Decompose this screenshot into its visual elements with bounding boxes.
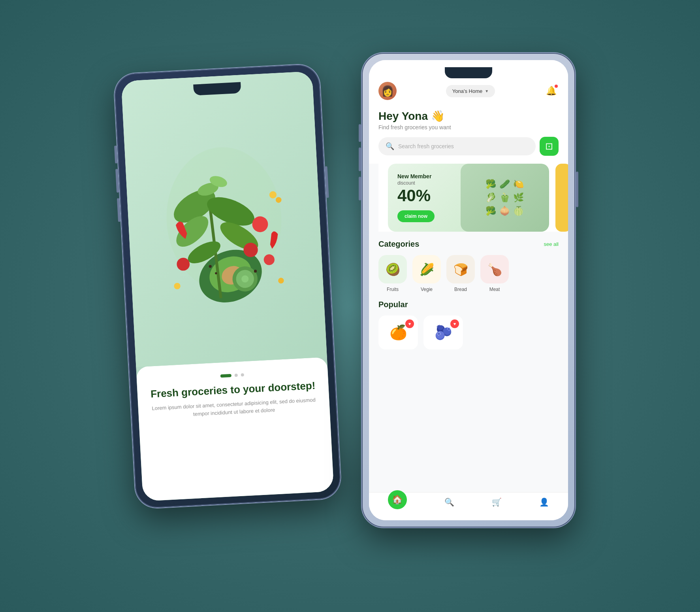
- categories-see-all[interactable]: see all: [544, 241, 559, 247]
- popular-title: Popular: [378, 300, 408, 309]
- home-icon: 🏠: [392, 495, 403, 505]
- left-phone: Fresh groceries to your doorstep! Lorem …: [114, 64, 342, 509]
- meat-label: Meat: [489, 287, 500, 292]
- nav-search[interactable]: 🔍: [444, 497, 454, 509]
- nav-profile[interactable]: 👤: [539, 497, 549, 509]
- left-phone-subtitle: Lorem ipsum dolor sit amet, consectetur …: [150, 396, 318, 420]
- left-phone-bottom: Fresh groceries to your doorstep! Lorem …: [136, 357, 334, 501]
- right-phone: 👩 Yona's Home ▼ 🔔 Hey Yona 👋 Find fresh …: [362, 53, 575, 527]
- promo-label: New Member: [397, 173, 540, 179]
- popular-emoji-1: 🍊: [390, 324, 407, 341]
- dot-active: [220, 374, 231, 377]
- fruits-emoji: 🥝: [386, 263, 400, 276]
- profile-nav-icon: 👤: [539, 497, 549, 507]
- meat-emoji: 🍗: [487, 263, 502, 276]
- location-selector[interactable]: Yona's Home ▼: [446, 85, 495, 97]
- phones-container: Fresh groceries to your doorstep! Lorem …: [113, 29, 587, 583]
- heart-badge-2: ♥: [450, 319, 459, 328]
- right-side-button: [325, 166, 329, 198]
- bottom-navigation: 🏠 🔍 🛒 👤: [369, 492, 568, 520]
- search-row: 🔍 Search fresh groceries ⊡: [369, 137, 568, 164]
- promo-discount-value: 40%: [397, 187, 540, 204]
- left-phone-content: Fresh groceries to your doorstep! Lorem …: [121, 71, 334, 501]
- volume-up-button: [115, 169, 119, 193]
- right-phone-notch: [445, 67, 492, 78]
- bread-icon-box: 🍞: [446, 255, 475, 283]
- popular-emoji-2: 🫐: [435, 324, 452, 341]
- category-fruits[interactable]: 🥝 Fruits: [378, 255, 407, 292]
- bread-label: Bread: [454, 287, 467, 292]
- search-bar[interactable]: 🔍 Search fresh groceries: [378, 137, 536, 155]
- dot-inactive-2: [241, 373, 244, 376]
- nav-home-button[interactable]: 🏠: [388, 490, 407, 509]
- greeting-title: Hey Yona 👋: [378, 110, 559, 123]
- greeting-subtitle: Find fresh groceries you want: [378, 124, 559, 130]
- location-dropdown-icon: ▼: [485, 89, 489, 93]
- mute-button: [114, 145, 117, 163]
- popular-row: ♥ 🍊 ♥ 🫐: [378, 315, 559, 349]
- right-phone-content: 👩 Yona's Home ▼ 🔔 Hey Yona 👋 Find fresh …: [369, 60, 568, 520]
- search-nav-icon: 🔍: [444, 497, 454, 507]
- vegie-icon-box: 🌽: [412, 255, 441, 283]
- claim-button[interactable]: claim now: [397, 210, 435, 222]
- popular-card-1[interactable]: ♥ 🍊: [378, 315, 418, 349]
- right-phone-left-buttons: [359, 124, 361, 200]
- svg-point-18: [174, 283, 181, 289]
- right-vol-up: [359, 147, 361, 171]
- right-vol-down: [359, 177, 361, 200]
- right-power-btn: [576, 172, 578, 207]
- svg-point-19: [278, 278, 284, 283]
- camera-icon: ⊡: [545, 141, 553, 152]
- avatar-emoji: 👩: [381, 85, 394, 97]
- popular-section: Popular ♥ 🍊 ♥ 🫐: [369, 292, 568, 349]
- power-button: [325, 166, 329, 198]
- categories-header: Categories see all: [378, 240, 559, 249]
- food-splash-area: [121, 71, 327, 367]
- greeting-section: Hey Yona 👋 Find fresh groceries you want: [369, 106, 568, 137]
- search-placeholder: Search fresh groceries: [398, 143, 454, 149]
- heart-badge-1: ♥: [405, 319, 414, 328]
- left-phone-side-buttons: [114, 145, 120, 222]
- camera-scan-button[interactable]: ⊡: [540, 137, 559, 156]
- category-meat[interactable]: 🍗 Meat: [480, 255, 509, 292]
- fruits-label: Fruits: [387, 287, 399, 292]
- carousel-dots: [149, 369, 316, 381]
- promo-area: New Member discount 40% claim now 🥦 🥒 🍋 …: [378, 164, 559, 232]
- promo-text: New Member discount 40% claim now: [397, 173, 540, 222]
- meat-icon-box: 🍗: [480, 255, 509, 283]
- food-illustration: [132, 86, 317, 352]
- notification-bell[interactable]: 🔔: [544, 84, 559, 98]
- yellow-promo-card: [555, 164, 568, 232]
- categories-section: Categories see all 🥝 Fruits 🌽: [369, 240, 568, 292]
- categories-title: Categories: [378, 240, 419, 249]
- categories-row: 🥝 Fruits 🌽 Vegie 🍞: [378, 255, 559, 292]
- popular-header: Popular: [378, 300, 559, 309]
- location-label: Yona's Home: [452, 88, 482, 94]
- popular-card-2[interactable]: ♥ 🫐: [423, 315, 463, 349]
- bread-emoji: 🍞: [453, 263, 468, 276]
- left-phone-screen: Fresh groceries to your doorstep! Lorem …: [121, 71, 334, 501]
- cart-nav-icon: 🛒: [492, 497, 502, 507]
- dot-inactive-1: [235, 373, 238, 376]
- promo-banner[interactable]: New Member discount 40% claim now 🥦 🥒 🍋 …: [388, 164, 549, 232]
- promo-sublabel: discount: [397, 180, 540, 186]
- vegie-emoji: 🌽: [420, 263, 434, 276]
- fruits-icon-box: 🥝: [378, 255, 407, 283]
- user-avatar[interactable]: 👩: [378, 82, 397, 100]
- vegie-label: Vegie: [421, 287, 433, 292]
- right-phone-screen: 👩 Yona's Home ▼ 🔔 Hey Yona 👋 Find fresh …: [369, 60, 568, 520]
- right-mute-btn: [359, 124, 361, 142]
- nav-cart[interactable]: 🛒: [492, 497, 502, 509]
- category-bread[interactable]: 🍞 Bread: [446, 255, 475, 292]
- notification-dot: [555, 85, 558, 88]
- category-vegie[interactable]: 🌽 Vegie: [412, 255, 441, 292]
- right-phone-right-buttons: [576, 172, 578, 207]
- volume-down-button: [117, 198, 120, 222]
- search-icon: 🔍: [386, 142, 394, 151]
